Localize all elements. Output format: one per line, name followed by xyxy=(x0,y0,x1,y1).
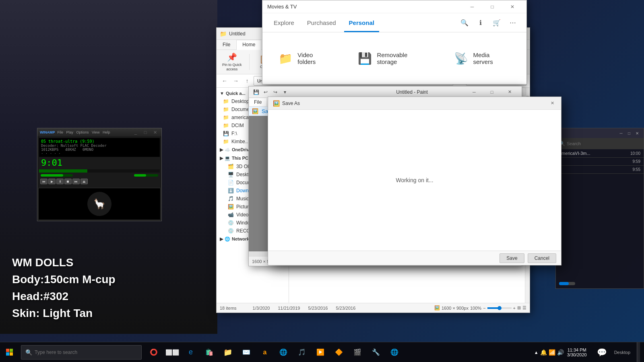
mtv-store-btn[interactable]: 🛒 xyxy=(489,15,504,30)
right-panel-maximize-btn[interactable]: □ xyxy=(626,130,632,136)
mtv-nav-explore[interactable]: Explore xyxy=(269,13,299,32)
list-item[interactable]: 9:55 xyxy=(556,166,644,174)
taskbar: 🔍 ⭕ ⬜⬜ e 🛍️ 📁 ✉️ a 🌐 🎵 ▶️ xyxy=(0,342,644,362)
mtv-option-media-servers[interactable]: 📡 Media servers xyxy=(448,48,517,69)
paint-undo-icon[interactable]: ↩ xyxy=(262,88,270,96)
taskbar-search-box[interactable]: 🔍 xyxy=(21,345,142,360)
svg-rect-1 xyxy=(10,349,13,352)
mtv-nav: Explore Purchased Personal 🔍 ℹ 🛒 ⋯ xyxy=(262,13,526,33)
svg-rect-0 xyxy=(6,349,9,352)
winamp-titlebar[interactable]: WINAMP File Play Options View Help _ □ ✕ xyxy=(37,128,161,136)
mtv-maximize-btn[interactable]: □ xyxy=(483,0,502,13)
tray-app1-icon[interactable]: 🔔 xyxy=(540,349,547,356)
list-item[interactable]: 9:59 xyxy=(556,158,644,166)
action-center-icon: 💬 xyxy=(597,348,607,357)
chevron-right-icon: ▶ xyxy=(220,156,223,161)
winamp-pause-btn[interactable]: ⏸ xyxy=(56,179,64,184)
taskbar-app2-btn[interactable]: 🎬 xyxy=(349,342,366,362)
winamp-prev-btn[interactable]: ⏮ xyxy=(40,179,47,184)
mtv-option-video-folders[interactable]: 📁 Video folders xyxy=(272,48,339,69)
list-item[interactable]: americaVI-3m... 10:00 xyxy=(556,149,644,158)
fe-tab-file[interactable]: File xyxy=(217,40,236,49)
taskbar-tripadvisor-btn[interactable]: 🌐 xyxy=(275,342,292,362)
winamp-minimize-btn[interactable]: _ xyxy=(132,128,140,136)
mtv-nav-personal[interactable]: Personal xyxy=(344,13,379,32)
paint-close-btn[interactable]: ✕ xyxy=(501,86,518,98)
taskbar-winamp-btn[interactable]: 🎵 xyxy=(293,342,311,362)
fe-up-btn[interactable]: ↑ xyxy=(242,76,252,86)
mtv-minimize-btn[interactable]: ─ xyxy=(463,0,481,13)
save-as-dialog: 🖼️ Save As ✕ Working on it... Save Cance… xyxy=(268,97,561,265)
winamp-next-btn[interactable]: ⏭ xyxy=(72,179,80,184)
winamp-volume-bar[interactable] xyxy=(41,174,73,177)
mail-icon: ✉️ xyxy=(242,348,250,356)
folder-icon: 📁 xyxy=(223,139,229,144)
taskbar-mail-btn[interactable]: ✉️ xyxy=(237,342,255,362)
fe-zoom-thumb[interactable] xyxy=(497,306,502,310)
taskbar-app4-btn[interactable]: 🌐 xyxy=(386,342,403,362)
fe-tab-home[interactable]: Home xyxy=(236,40,261,50)
winamp-maximize-btn[interactable]: □ xyxy=(141,128,149,136)
zoom-minus-icon[interactable]: − xyxy=(483,306,485,311)
fe-separator-1 xyxy=(249,54,250,70)
right-panel-search-input[interactable] xyxy=(567,141,640,146)
dialog-cancel-btn[interactable]: Cancel xyxy=(528,253,556,263)
winamp-stop-btn[interactable]: ⏹ xyxy=(64,179,72,184)
fe-back-btn[interactable]: ← xyxy=(220,76,229,86)
winamp-balance-bar[interactable] xyxy=(134,174,158,177)
paint-redo-icon[interactable]: ↪ xyxy=(271,88,279,96)
svg-rect-2 xyxy=(6,352,9,356)
taskbar-amazon-btn[interactable]: a xyxy=(256,342,274,362)
mtv-info-btn[interactable]: ℹ xyxy=(473,15,488,30)
right-panel-volume[interactable] xyxy=(559,282,575,285)
zoom-plus-icon[interactable]: + xyxy=(513,306,516,311)
taskbar-media-btn[interactable]: ▶️ xyxy=(312,342,329,362)
taskbar-store-btn[interactable]: 🛍️ xyxy=(200,342,218,362)
right-panel-close-btn[interactable]: ✕ xyxy=(634,130,640,136)
dialog-save-btn[interactable]: Save xyxy=(500,253,524,263)
mtv-close-btn[interactable]: ✕ xyxy=(503,0,522,13)
app4-icon: 🌐 xyxy=(390,348,398,356)
fe-date-3: 5/23/2016 xyxy=(308,306,328,311)
paint-qat-dropdown[interactable]: ▾ xyxy=(281,88,289,96)
fe-view-grid-icon[interactable]: ⊞ xyxy=(517,305,521,311)
fe-view-list-icon[interactable]: ☰ xyxy=(522,305,526,311)
tray-network-icon[interactable]: 📶 xyxy=(549,349,555,356)
winamp-menu-file[interactable]: File Play Options View Help xyxy=(58,130,132,134)
taskbar-action-center-btn[interactable]: 💬 xyxy=(593,342,611,362)
mtv-option-removable[interactable]: 💾 Removable storage xyxy=(351,48,435,69)
mtv-more-btn[interactable]: ⋯ xyxy=(506,15,520,30)
winamp-close-btn[interactable]: ✕ xyxy=(151,128,159,136)
paint-minimize-btn[interactable]: ─ xyxy=(465,86,483,98)
right-panel-minimize-btn[interactable]: ─ xyxy=(618,130,624,136)
fe-pin-btn[interactable]: 📌 Pin to Quickaccess xyxy=(220,51,244,72)
right-panel-search[interactable]: 🔍 xyxy=(556,138,644,149)
mtv-nav-purchased[interactable]: Purchased xyxy=(302,13,341,32)
taskbar-clock[interactable]: 11:34 PM 3/30/2020 xyxy=(567,348,587,357)
taskbar-edge-btn[interactable]: e xyxy=(182,342,200,362)
taskbar-vlc-btn[interactable]: 🔶 xyxy=(330,342,348,362)
fe-zoom-slider[interactable] xyxy=(487,307,512,309)
mtv-search-btn[interactable]: 🔍 xyxy=(457,15,472,30)
start-button[interactable] xyxy=(0,342,19,362)
winamp-play-btn[interactable]: ▶ xyxy=(48,179,56,184)
dialog-close-btn[interactable]: ✕ xyxy=(548,99,556,107)
taskbar-search-input[interactable] xyxy=(35,350,137,355)
show-desktop-btn[interactable] xyxy=(637,342,640,362)
taskbar-taskview-btn[interactable]: ⬜⬜ xyxy=(163,342,181,362)
winamp-eject-btn[interactable]: ⏏ xyxy=(80,179,88,184)
taskbar-fileexp-btn[interactable]: 📁 xyxy=(219,342,237,362)
tray-expand-icon[interactable]: ▲ xyxy=(534,350,539,355)
winamp-progress-bar[interactable] xyxy=(39,169,160,173)
fe-forward-btn[interactable]: → xyxy=(231,76,241,86)
taskbar-cortana-btn[interactable]: ⭕ xyxy=(145,342,163,362)
tray-volume-icon[interactable]: 🔊 xyxy=(557,349,564,356)
svg-rect-3 xyxy=(10,352,13,356)
paint-tab-file[interactable]: File xyxy=(249,98,267,106)
paint-maximize-btn[interactable]: □ xyxy=(483,86,501,98)
paint-save-icon[interactable]: 💾 xyxy=(252,88,260,96)
desktop-icon: 🖥️ xyxy=(228,172,234,177)
taskbar-app3-btn[interactable]: 🔧 xyxy=(367,342,385,362)
thispc-label: This PC xyxy=(232,156,248,160)
store-icon: 🛍️ xyxy=(205,348,213,356)
